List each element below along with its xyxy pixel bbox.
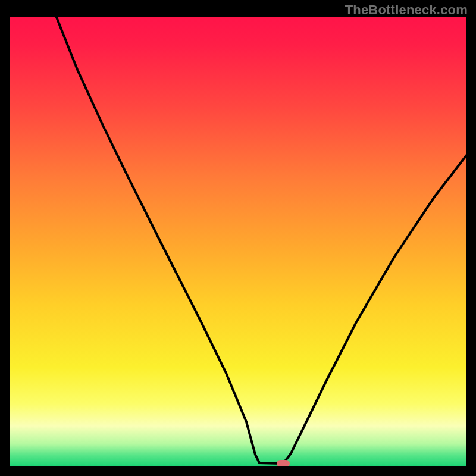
watermark-text: TheBottleneck.com [345, 2, 468, 18]
plot-area [10, 17, 466, 466]
bottleneck-curve [10, 17, 466, 466]
min-point-marker [277, 460, 290, 466]
curve-path [57, 17, 466, 464]
chart-frame: TheBottleneck.com [0, 0, 476, 476]
